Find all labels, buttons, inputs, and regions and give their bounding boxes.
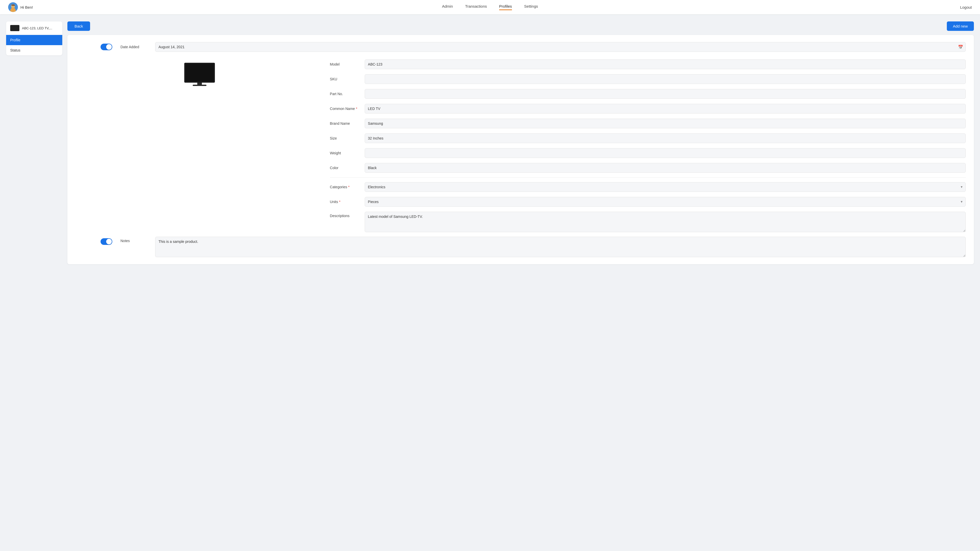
common-name-label: Common Name*: [330, 106, 361, 111]
color-label: Color: [330, 166, 361, 170]
date-input-wrapper: 📅: [155, 42, 966, 52]
size-row: Size: [330, 131, 966, 146]
brand-name-label: Brand Name: [330, 121, 361, 125]
descriptions-row: Descriptions: [330, 209, 966, 235]
color-row: Color: [330, 160, 966, 175]
nav-profiles[interactable]: Profiles: [499, 4, 512, 10]
header-greeting: Hi Ben!: [21, 5, 33, 10]
date-added-row: Date Added 📅: [76, 42, 966, 52]
sidebar-item-title: ABC-123, LED TV,...: [22, 26, 52, 30]
sku-input[interactable]: [365, 74, 966, 84]
descriptions-label: Descriptions: [330, 212, 361, 218]
weight-input[interactable]: [365, 148, 966, 158]
units-select-wrapper: Pieces Boxes Sets ▼: [365, 197, 966, 206]
common-name-row: Common Name*: [330, 101, 966, 116]
back-button[interactable]: Back: [67, 21, 90, 31]
add-new-button[interactable]: Add new: [947, 21, 974, 31]
date-toggle[interactable]: [100, 44, 112, 50]
part-no-row: Part No.: [330, 86, 966, 101]
units-select[interactable]: Pieces Boxes Sets: [365, 197, 966, 206]
sku-label: SKU: [330, 77, 361, 81]
size-input[interactable]: [365, 133, 966, 143]
product-image-column: [76, 57, 330, 235]
categories-select-wrapper: Electronics Appliances Furniture ▼: [365, 182, 966, 192]
notes-row: Notes: [76, 237, 966, 257]
size-label: Size: [330, 136, 361, 140]
content-area: Back Add new Date Added 📅: [67, 21, 974, 544]
form-fields-column: Model SKU Part No.: [330, 57, 966, 235]
part-no-input[interactable]: [365, 89, 966, 99]
categories-label: Categories*: [330, 185, 361, 189]
nav-transactions[interactable]: Transactions: [465, 4, 487, 10]
descriptions-textarea[interactable]: [365, 212, 966, 232]
sidebar-item-status[interactable]: Status: [6, 45, 62, 56]
notes-label: Notes: [121, 237, 151, 243]
weight-row: Weight: [330, 146, 966, 160]
avatar: [8, 2, 18, 12]
sku-row: SKU: [330, 72, 966, 86]
calendar-icon: 📅: [958, 44, 963, 49]
header-nav: Admin Transactions Profiles Settings: [442, 4, 538, 10]
header-left: Hi Ben!: [8, 2, 490, 12]
brand-name-input[interactable]: [365, 119, 966, 128]
header-right: Logout: [490, 5, 972, 10]
form-divider: [330, 177, 966, 178]
main-container: ABC-123, LED TV,... Profile Status Back …: [0, 14, 980, 551]
units-row: Units* Pieces Boxes Sets ▼: [330, 194, 966, 209]
weight-label: Weight: [330, 151, 361, 155]
categories-select[interactable]: Electronics Appliances Furniture: [365, 182, 966, 192]
svg-point-4: [12, 6, 13, 6]
model-input[interactable]: [365, 59, 966, 69]
common-name-input[interactable]: [365, 104, 966, 114]
date-added-input[interactable]: [155, 42, 966, 52]
svg-rect-8: [197, 83, 202, 85]
logout-button[interactable]: Logout: [960, 5, 972, 10]
model-row: Model: [330, 57, 966, 72]
model-label: Model: [330, 62, 361, 66]
svg-rect-9: [192, 85, 207, 86]
sidebar: ABC-123, LED TV,... Profile Status: [6, 21, 62, 544]
header: Hi Ben! Admin Transactions Profiles Sett…: [0, 0, 980, 14]
sidebar-header: ABC-123, LED TV,...: [6, 21, 62, 35]
units-label: Units*: [330, 200, 361, 204]
product-image-container: [182, 59, 218, 89]
sidebar-thumbnail: [10, 25, 19, 31]
notes-toggle[interactable]: [100, 238, 112, 245]
nav-admin[interactable]: Admin: [442, 4, 453, 10]
nav-settings[interactable]: Settings: [524, 4, 538, 10]
form-main-grid: Model SKU Part No.: [76, 57, 966, 235]
product-image: [183, 62, 216, 87]
sidebar-item-profile[interactable]: Profile: [6, 35, 62, 45]
svg-rect-7: [186, 64, 213, 81]
part-no-label: Part No.: [330, 92, 361, 96]
top-bar: Back Add new: [67, 21, 974, 31]
brand-name-row: Brand Name: [330, 116, 966, 131]
sidebar-card: ABC-123, LED TV,... Profile Status: [6, 21, 62, 56]
categories-row: Categories* Electronics Appliances Furni…: [330, 179, 966, 194]
color-input[interactable]: [365, 163, 966, 173]
svg-rect-3: [11, 7, 15, 10]
notes-textarea[interactable]: [155, 237, 966, 257]
form-card: Date Added 📅: [67, 35, 974, 264]
date-added-label: Date Added: [121, 45, 151, 49]
